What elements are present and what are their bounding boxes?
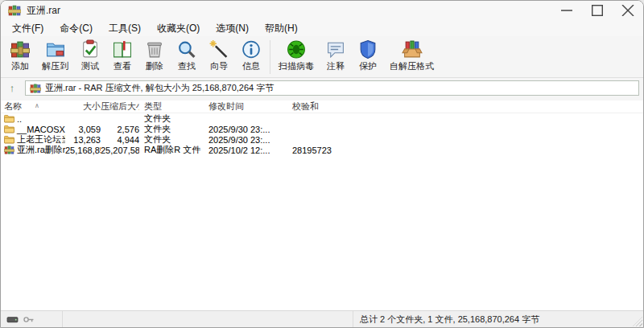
folder-icon: [4, 125, 14, 133]
status-totals-panel: 总计 2 个文件夹, 1 文件, 25,168,870,264 字节: [353, 311, 643, 327]
file-rows: ..文件夹__MACOSX3,0592,576文件夹2025/9/30 23:.…: [1, 113, 643, 155]
folder-icon: [4, 135, 14, 144]
menu-file[interactable]: 文件(F): [4, 20, 52, 37]
archive-path-text: 亚洲.rar - RAR 压缩文件, 解包大小为 25,168,870,264 …: [45, 82, 274, 94]
trash-icon: [144, 39, 165, 59]
sort-ascending-icon: ∧: [35, 102, 39, 109]
column-header-mtime[interactable]: 修改时间: [204, 100, 287, 113]
column-header-type[interactable]: 类型: [139, 100, 204, 113]
extract-folder-icon: [45, 39, 66, 59]
status-middle-panel: [63, 311, 353, 327]
toolbar-wizard-button[interactable]: 向导: [203, 39, 235, 73]
file-name: __MACOSX: [17, 125, 65, 134]
view-book-icon: [112, 39, 133, 59]
column-header-row: 名称∧大小压缩后大小类型修改时间校验和: [1, 100, 643, 113]
archive-path-box[interactable]: 亚洲.rar - RAR 压缩文件, 解包大小为 25,168,870,264 …: [25, 80, 639, 96]
close-icon: [621, 5, 634, 16]
menu-tools[interactable]: 工具(S): [101, 20, 149, 37]
file-row[interactable]: 亚洲.ra删除r *25,168,853...25,207,581...RA删除…: [1, 145, 643, 155]
folder-icon: [4, 114, 14, 123]
menu-bar: 文件(F)命令(C)工具(S)收藏夹(O)选项(N)帮助(H): [1, 20, 643, 36]
toolbar-separator: [270, 40, 270, 74]
window-title: 亚洲.rar: [27, 4, 60, 18]
maximize-icon: [591, 5, 604, 16]
info-icon: [241, 39, 262, 59]
toolbar-extract-to-button[interactable]: 解压到: [36, 39, 74, 73]
toolbar-info-label: 信息: [242, 60, 260, 72]
file-checksum-cell: 28195723: [287, 146, 643, 155]
file-row[interactable]: 上老王论坛当老王13,2634,944文件夹2025/9/30 23:...: [1, 134, 643, 145]
up-directory-button[interactable]: ↑: [2, 82, 22, 95]
toolbar-comment-button[interactable]: 注释: [320, 39, 352, 73]
toolbar-protect-label: 保护: [359, 60, 377, 72]
maximize-button[interactable]: [582, 1, 613, 20]
key-icon: [23, 315, 35, 324]
column-header-name[interactable]: 名称∧: [1, 100, 65, 113]
toolbar-test-button[interactable]: 测试: [74, 39, 106, 73]
file-row[interactable]: __MACOSX3,0592,576文件夹2025/9/30 23:...: [1, 124, 643, 134]
file-size-cell: 25,168,853...: [65, 146, 101, 155]
toolbar: 添加解压到测试查看删除查找向导信息扫描病毒注释保护自解压格式: [1, 36, 643, 78]
search-icon: [176, 39, 197, 59]
totals-text: 总计 2 个文件夹, 1 文件, 25,168,870,264 字节: [360, 314, 539, 326]
toolbar-view-label: 查看: [114, 60, 131, 72]
toolbar-wizard-label: 向导: [210, 60, 228, 72]
virus-scan-icon: [286, 39, 307, 59]
test-clipboard-icon: [80, 39, 101, 59]
title-bar: 亚洲.rar: [1, 1, 643, 20]
up-arrow-icon: ↑: [10, 82, 15, 94]
winrar-app-icon: [8, 5, 21, 16]
toolbar-protect-button[interactable]: 保护: [352, 39, 384, 73]
menu-options[interactable]: 选项(N): [208, 20, 257, 37]
sfx-box-icon: [402, 39, 423, 59]
file-name-cell: ..: [1, 114, 65, 124]
file-mtime-cell: 2025/10/2 12:...: [204, 146, 287, 155]
toolbar-test-label: 测试: [81, 60, 99, 72]
file-name-cell: 亚洲.ra删除r *: [1, 144, 65, 156]
file-list-panel: 名称∧大小压缩后大小类型修改时间校验和 ..文件夹__MACOSX3,0592,…: [1, 100, 643, 310]
minimize-button[interactable]: [551, 1, 582, 20]
address-bar: ↑ 亚洲.rar - RAR 压缩文件, 解包大小为 25,168,870,26…: [1, 78, 643, 100]
rar-file-icon: [4, 146, 14, 154]
toolbar-view-button[interactable]: 查看: [106, 39, 138, 73]
toolbar-delete-button[interactable]: 删除: [138, 39, 171, 73]
toolbar-find-button[interactable]: 查找: [171, 39, 203, 73]
file-packed-cell: 2,576: [101, 125, 139, 134]
column-header-checksum[interactable]: 校验和: [287, 100, 643, 113]
toolbar-add-button[interactable]: 添加: [4, 39, 36, 73]
column-header-size[interactable]: 大小: [65, 100, 101, 113]
menu-favorites[interactable]: 收藏夹(O): [149, 20, 208, 37]
archive-icon: [30, 84, 41, 93]
file-mtime-cell: 2025/9/30 23:...: [204, 135, 287, 145]
close-button[interactable]: [613, 1, 643, 20]
file-row[interactable]: ..文件夹: [1, 113, 643, 124]
winrar-window: 亚洲.rar 文件(F)命令(C)工具(S)收藏夹(O)选项(N)帮助(H) 添…: [0, 0, 644, 328]
minimize-icon: [560, 5, 573, 16]
comment-icon: [325, 39, 346, 59]
toolbar-virus-scan-label: 扫描病毒: [279, 60, 314, 72]
menu-help[interactable]: 帮助(H): [257, 20, 306, 37]
file-packed-cell: 4,944: [101, 135, 139, 145]
file-size-cell: 13,263: [65, 135, 101, 145]
toolbar-sfx-label: 自解压格式: [390, 60, 434, 72]
file-name: ..: [17, 114, 22, 124]
toolbar-virus-scan-button[interactable]: 扫描病毒: [273, 39, 320, 73]
column-header-packed[interactable]: 压缩后大小: [101, 100, 139, 113]
status-icons-panel: [1, 311, 63, 327]
window-controls: [551, 1, 643, 20]
toolbar-add-label: 添加: [11, 60, 29, 72]
file-packed-cell: 25,207,581...: [101, 146, 139, 155]
toolbar-comment-label: 注释: [327, 60, 345, 72]
file-size-cell: 3,059: [65, 125, 101, 134]
file-type-cell: RA删除R 文件: [139, 144, 204, 156]
menu-commands[interactable]: 命令(C): [52, 20, 101, 37]
toolbar-sfx-button[interactable]: 自解压格式: [384, 39, 440, 73]
status-bar: 总计 2 个文件夹, 1 文件, 25,168,870,264 字节: [1, 310, 643, 327]
toolbar-info-button[interactable]: 信息: [235, 39, 267, 73]
toolbar-find-label: 查找: [178, 60, 196, 72]
file-name-cell: __MACOSX: [1, 125, 65, 134]
shield-icon: [357, 39, 378, 59]
file-name: 亚洲.ra删除r *: [17, 144, 65, 156]
add-archive-icon: [10, 39, 31, 59]
toolbar-extract-to-label: 解压到: [42, 60, 68, 72]
